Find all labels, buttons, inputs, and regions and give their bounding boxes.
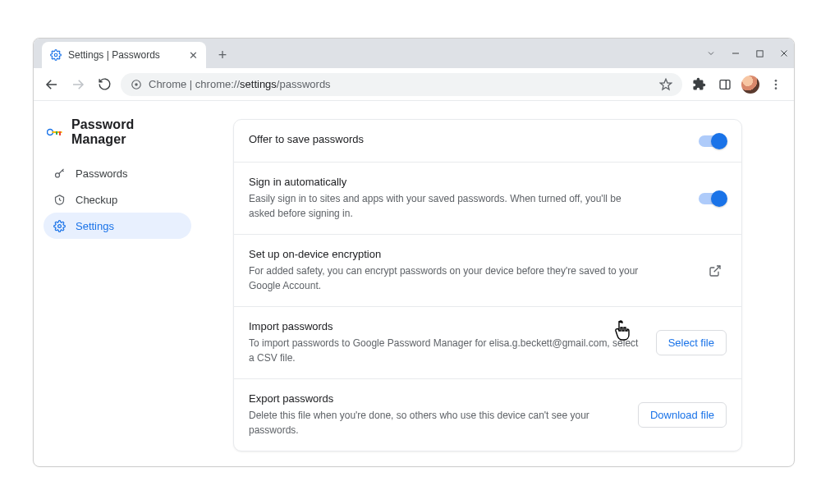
row-auto-signin: Sign in automatically Easily sign in to …	[234, 163, 741, 235]
row-export: Export passwords Delete this file when y…	[234, 379, 741, 451]
svg-point-8	[135, 83, 138, 86]
toolbar: Chrome | chrome://settings/passwords	[34, 68, 794, 101]
row-offer-save: Offer to save passwords	[234, 120, 741, 163]
row-encryption[interactable]: Set up on-device encryption For added sa…	[234, 235, 741, 307]
svg-point-15	[48, 130, 53, 135]
new-tab-button[interactable]: +	[211, 44, 234, 66]
row-title: Set up on-device encryption	[249, 248, 690, 260]
close-tab-icon[interactable]: ✕	[189, 49, 198, 62]
svg-point-19	[56, 172, 60, 176]
row-title: Export passwords	[249, 392, 625, 405]
minimize-button[interactable]	[731, 48, 741, 58]
svg-rect-18	[56, 131, 57, 135]
toggle-auto-signin[interactable]	[699, 193, 727, 204]
svg-point-14	[775, 87, 777, 89]
svg-point-0	[54, 53, 57, 57]
url-text: Chrome | chrome://settings/passwords	[149, 78, 331, 90]
main-panel: Offer to save passwords Sign in automati…	[198, 101, 794, 466]
settings-card: Offer to save passwords Sign in automati…	[233, 119, 742, 451]
tab-title: Settings | Passwords	[68, 49, 160, 61]
page-content: Password Manager Passwords Checkup Setti…	[34, 101, 794, 466]
forward-button	[68, 75, 88, 94]
launch-icon[interactable]	[704, 259, 727, 282]
sidebar-item-passwords[interactable]: Passwords	[44, 160, 191, 186]
side-panel-icon[interactable]	[715, 75, 735, 94]
row-description: For added safety, you can encrypt passwo…	[249, 263, 643, 293]
svg-line-21	[714, 266, 720, 272]
key-icon	[53, 167, 66, 180]
bookmark-star-icon[interactable]	[659, 78, 672, 91]
row-description: Delete this file when you're done, so ot…	[249, 408, 625, 438]
sidebar-item-label: Passwords	[76, 167, 128, 180]
address-bar[interactable]: Chrome | chrome://settings/passwords	[121, 73, 682, 96]
gear-icon	[53, 220, 66, 232]
row-title: Sign in automatically	[249, 176, 686, 188]
row-title: Import passwords	[249, 320, 643, 332]
svg-rect-2	[757, 50, 763, 56]
sidebar: Password Manager Passwords Checkup Setti…	[34, 101, 198, 466]
select-file-button[interactable]: Select file	[656, 330, 727, 355]
toggle-offer-save[interactable]	[699, 135, 727, 147]
svg-rect-10	[720, 80, 730, 89]
gear-icon	[50, 49, 62, 61]
browser-window: Settings | Passwords ✕ + Chrome | chrome…	[33, 38, 795, 467]
svg-point-12	[775, 80, 777, 82]
page-title: Password Manager	[71, 117, 188, 147]
download-file-button[interactable]: Download file	[638, 402, 727, 428]
active-tab[interactable]: Settings | Passwords ✕	[42, 42, 206, 68]
row-description: To import passwords to Google Password M…	[249, 336, 643, 365]
chevron-down-icon[interactable]	[706, 48, 716, 58]
menu-icon[interactable]	[766, 75, 786, 94]
maximize-button[interactable]	[755, 49, 764, 58]
titlebar: Settings | Passwords ✕ +	[34, 39, 794, 68]
row-description: Easily sign in to sites and apps with yo…	[249, 191, 643, 221]
password-manager-logo	[47, 127, 63, 137]
row-title: Offer to save passwords	[249, 133, 686, 145]
back-button[interactable]	[42, 75, 62, 94]
svg-marker-9	[660, 79, 671, 89]
sidebar-item-label: Checkup	[76, 194, 117, 206]
profile-avatar[interactable]	[741, 76, 759, 94]
site-info-icon[interactable]	[131, 79, 142, 90]
sidebar-item-checkup[interactable]: Checkup	[44, 186, 191, 213]
sidebar-item-settings[interactable]: Settings	[44, 213, 191, 239]
svg-point-13	[775, 83, 777, 85]
page-header: Password Manager	[47, 117, 188, 147]
sidebar-item-label: Settings	[76, 220, 114, 232]
row-import: Import passwords To import passwords to …	[234, 307, 741, 379]
svg-point-20	[58, 224, 62, 227]
reload-button[interactable]	[94, 75, 114, 94]
checkup-icon	[53, 194, 66, 206]
extensions-icon[interactable]	[689, 75, 709, 94]
svg-rect-17	[59, 131, 61, 135]
window-controls	[706, 39, 789, 68]
close-window-button[interactable]	[779, 48, 789, 58]
